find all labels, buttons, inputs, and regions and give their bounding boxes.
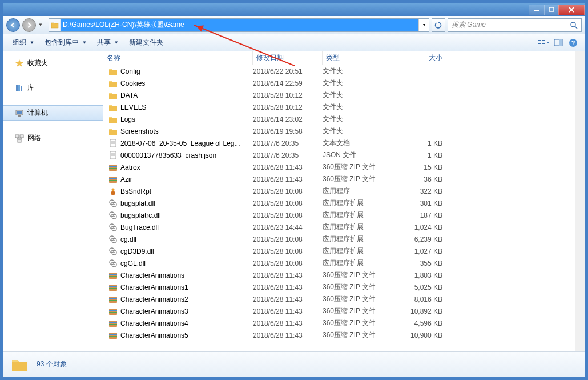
file-row[interactable]: 0000001377835633_crash.json2018/7/6 20:3… bbox=[103, 149, 575, 161]
file-list[interactable]: Config2018/6/22 20:51文件夹Cookies2018/6/14… bbox=[103, 65, 575, 351]
file-row[interactable]: CharacterAnimations52018/6/28 11:43360压缩… bbox=[103, 329, 575, 341]
file-date: 2018/6/28 11:43 bbox=[253, 319, 323, 327]
svg-rect-4 bbox=[538, 40, 541, 41]
txt-icon bbox=[108, 151, 118, 160]
svg-rect-6 bbox=[538, 43, 541, 44]
file-row[interactable]: Cookies2018/6/14 22:59文件夹 bbox=[103, 77, 575, 89]
file-row[interactable]: LEVELS2018/5/28 10:12文件夹 bbox=[103, 101, 575, 113]
new-folder-button[interactable]: 新建文件夹 bbox=[124, 35, 168, 50]
help-button[interactable]: ? bbox=[566, 38, 580, 47]
zip-icon bbox=[108, 295, 118, 304]
file-name: CharacterAnimations3 bbox=[120, 307, 253, 315]
svg-point-62 bbox=[114, 264, 115, 265]
file-size: 36 KB bbox=[392, 175, 442, 183]
svg-rect-32 bbox=[109, 166, 117, 167]
vertical-scrollbar[interactable] bbox=[575, 51, 585, 351]
refresh-button[interactable] bbox=[432, 18, 445, 32]
file-row[interactable]: CharacterAnimations2018/6/28 11:43360压缩 … bbox=[103, 269, 575, 281]
share-menu[interactable]: 共享▼ bbox=[92, 35, 123, 50]
zip-icon bbox=[108, 307, 118, 316]
search-input[interactable]: 搜索 Game bbox=[448, 18, 582, 32]
explorer-window: ▼ D:\Games\LOL(ZH-CN)\英雄联盟\Game ▾ 搜索 Gam… bbox=[3, 3, 585, 377]
file-row[interactable]: bugsplat.dll2018/5/28 10:08应用程序扩展301 KB bbox=[103, 197, 575, 209]
maximize-button[interactable] bbox=[544, 5, 559, 15]
svg-rect-7 bbox=[542, 40, 545, 41]
svg-rect-5 bbox=[538, 42, 541, 42]
file-row[interactable]: BsSndRpt2018/5/28 10:08应用程序322 KB bbox=[103, 185, 575, 197]
file-date: 2018/5/28 10:08 bbox=[253, 247, 323, 255]
file-size: 355 KB bbox=[392, 259, 442, 267]
svg-rect-65 bbox=[109, 276, 117, 277]
sidebar-item-label: 收藏夹 bbox=[27, 58, 48, 68]
file-row[interactable]: Config2018/6/22 20:51文件夹 bbox=[103, 65, 575, 77]
file-type: 文件夹 bbox=[323, 114, 392, 124]
svg-rect-73 bbox=[109, 310, 117, 311]
svg-rect-36 bbox=[109, 180, 117, 181]
svg-rect-69 bbox=[109, 297, 117, 303]
svg-point-45 bbox=[111, 214, 112, 215]
sidebar-libraries[interactable]: 库 bbox=[3, 81, 103, 95]
svg-rect-64 bbox=[109, 274, 117, 275]
file-size: 1,024 KB bbox=[392, 223, 442, 231]
svg-rect-35 bbox=[109, 178, 117, 179]
file-row[interactable]: DATA2018/5/28 10:12文件夹 bbox=[103, 89, 575, 101]
close-button[interactable] bbox=[558, 5, 585, 15]
file-row[interactable]: Aatrox2018/6/28 11:43360压缩 ZIP 文件15 KB bbox=[103, 161, 575, 173]
file-date: 2018/5/28 10:08 bbox=[253, 199, 323, 207]
sidebar-network[interactable]: 网络 bbox=[3, 131, 103, 145]
nav-history-dropdown[interactable]: ▼ bbox=[38, 22, 46, 27]
file-row[interactable]: Screenshots2018/6/19 19:58文件夹 bbox=[103, 125, 575, 137]
organize-menu[interactable]: 组织▼ bbox=[8, 35, 39, 50]
column-header-name[interactable]: 名称 bbox=[103, 51, 253, 65]
address-bar[interactable]: D:\Games\LOL(ZH-CN)\英雄联盟\Game ▾ bbox=[49, 18, 429, 32]
sidebar-computer[interactable]: 计算机 bbox=[3, 105, 103, 121]
address-path-text[interactable]: D:\Games\LOL(ZH-CN)\英雄联盟\Game bbox=[61, 19, 418, 31]
file-date: 2018/6/14 23:02 bbox=[253, 115, 323, 123]
sidebar-favorites[interactable]: 收藏夹 bbox=[3, 56, 103, 70]
file-name: CharacterAnimations4 bbox=[120, 319, 253, 327]
file-type: 360压缩 ZIP 文件 bbox=[323, 162, 392, 172]
file-row[interactable]: Logs2018/6/14 23:02文件夹 bbox=[103, 113, 575, 125]
svg-rect-14 bbox=[16, 85, 18, 91]
search-icon bbox=[570, 21, 578, 29]
file-type: 应用程序扩展 bbox=[323, 198, 392, 208]
include-library-menu[interactable]: 包含到库中▼ bbox=[40, 35, 91, 50]
file-date: 2018/6/28 11:43 bbox=[253, 271, 323, 279]
forward-button[interactable] bbox=[22, 18, 36, 32]
file-row[interactable]: CharacterAnimations32018/6/28 11:43360压缩… bbox=[103, 305, 575, 317]
view-options-button[interactable] bbox=[537, 39, 550, 47]
svg-point-61 bbox=[111, 262, 112, 263]
minimize-button[interactable] bbox=[529, 5, 545, 15]
file-row[interactable]: Azir2018/6/28 11:43360压缩 ZIP 文件36 KB bbox=[103, 173, 575, 185]
sidebar-item-label: 库 bbox=[27, 83, 34, 93]
svg-rect-15 bbox=[18, 85, 20, 91]
preview-pane-button[interactable] bbox=[551, 39, 565, 47]
address-dropdown[interactable]: ▾ bbox=[418, 19, 429, 31]
file-name: cg.dll bbox=[120, 235, 253, 243]
column-header-size[interactable]: 大小 bbox=[392, 51, 446, 65]
file-row[interactable]: 2018-07-06_20-35-05_League of Leg...2018… bbox=[103, 137, 575, 149]
column-header-type[interactable]: 类型 bbox=[323, 51, 392, 65]
svg-rect-1 bbox=[549, 7, 554, 11]
file-date: 2018/6/23 14:44 bbox=[253, 223, 323, 231]
file-name: cgGL.dll bbox=[120, 259, 253, 267]
file-row[interactable]: CharacterAnimations42018/6/28 11:43360压缩… bbox=[103, 317, 575, 329]
file-name: CharacterAnimations5 bbox=[120, 331, 253, 339]
title-bar[interactable] bbox=[3, 3, 585, 16]
file-type: 应用程序扩展 bbox=[323, 246, 392, 256]
svg-rect-19 bbox=[18, 115, 21, 117]
file-row[interactable]: bugsplatrc.dll2018/5/28 10:08应用程序扩展187 K… bbox=[103, 209, 575, 221]
content-pane: 名称 修改日期 类型 大小 Config2018/6/22 20:51文件夹Co… bbox=[103, 51, 575, 351]
file-row[interactable]: CharacterAnimations12018/6/28 11:43360压缩… bbox=[103, 281, 575, 293]
file-size: 8,016 KB bbox=[392, 295, 442, 303]
file-row[interactable]: CharacterAnimations22018/6/28 11:43360压缩… bbox=[103, 293, 575, 305]
file-date: 2018/6/28 11:43 bbox=[253, 307, 323, 315]
svg-line-3 bbox=[575, 26, 577, 29]
file-row[interactable]: cgGL.dll2018/5/28 10:08应用程序扩展355 KB bbox=[103, 257, 575, 269]
file-row[interactable]: BugTrace.dll2018/6/23 14:44应用程序扩展1,024 K… bbox=[103, 221, 575, 233]
nav-bar: ▼ D:\Games\LOL(ZH-CN)\英雄联盟\Game ▾ 搜索 Gam… bbox=[3, 16, 585, 34]
file-row[interactable]: cgD3D9.dll2018/5/28 10:08应用程序扩展1,027 KB bbox=[103, 245, 575, 257]
column-header-date[interactable]: 修改日期 bbox=[253, 51, 323, 65]
back-button[interactable] bbox=[6, 18, 20, 32]
file-row[interactable]: cg.dll2018/5/28 10:08应用程序扩展6,239 KB bbox=[103, 233, 575, 245]
